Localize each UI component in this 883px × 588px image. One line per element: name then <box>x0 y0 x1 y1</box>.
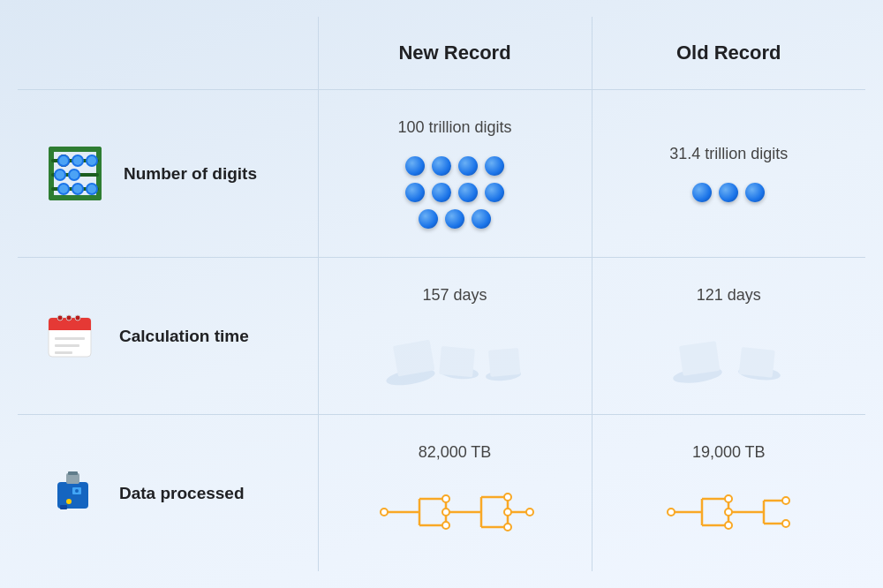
header-new-record: New Record <box>318 17 592 90</box>
svg-point-87 <box>782 520 789 527</box>
label-time-text: Calculation time <box>119 327 249 346</box>
svg-point-68 <box>504 494 511 501</box>
svg-point-29 <box>75 315 80 320</box>
svg-point-49 <box>75 489 79 493</box>
data-old-visual <box>662 481 795 543</box>
svg-point-46 <box>66 499 72 504</box>
svg-point-70 <box>526 509 533 516</box>
usb-icon <box>44 464 102 522</box>
svg-point-84 <box>725 495 732 502</box>
svg-rect-42 <box>739 347 775 378</box>
label-data-text: Data processed <box>119 484 245 503</box>
label-digits: Number of digits <box>18 90 318 258</box>
digits-new-visual <box>405 156 504 229</box>
cell-time-old: 121 days <box>592 258 865 415</box>
svg-rect-31 <box>55 344 79 347</box>
calendar-icon <box>44 307 102 365</box>
svg-point-65 <box>442 495 449 502</box>
comparison-table: New Record Old Record <box>18 17 865 571</box>
svg-point-66 <box>442 522 449 529</box>
digits-new-value: 100 trillion digits <box>397 118 511 137</box>
svg-rect-30 <box>55 337 85 340</box>
header-old-record: Old Record <box>592 17 865 90</box>
time-new-visual <box>384 324 525 386</box>
label-time: Calculation time <box>18 258 318 415</box>
svg-point-67 <box>504 509 511 516</box>
row-data: Data processed 82,000 TB <box>18 415 865 572</box>
svg-point-85 <box>725 522 732 529</box>
data-new-value: 82,000 TB <box>419 443 492 462</box>
svg-point-17 <box>70 170 79 179</box>
svg-point-11 <box>73 156 82 165</box>
time-old-visual <box>667 324 790 386</box>
time-old-value: 121 days <box>697 286 761 305</box>
label-data: Data processed <box>18 415 318 572</box>
svg-rect-43 <box>57 482 88 509</box>
digits-old-value: 31.4 trillion digits <box>669 145 788 163</box>
label-digits-text: Number of digits <box>124 164 257 184</box>
abacus-icon <box>44 145 106 202</box>
svg-rect-40 <box>679 341 720 376</box>
svg-point-15 <box>56 170 64 179</box>
svg-point-23 <box>87 185 96 193</box>
svg-point-86 <box>782 497 789 504</box>
svg-point-21 <box>73 185 82 193</box>
svg-point-9 <box>59 156 68 165</box>
svg-rect-32 <box>55 351 72 354</box>
header-label-col <box>18 17 318 90</box>
time-new-value: 157 days <box>422 286 487 305</box>
svg-rect-47 <box>60 505 67 509</box>
svg-point-19 <box>59 185 68 193</box>
svg-point-63 <box>381 509 388 516</box>
data-new-visual <box>375 481 534 543</box>
cell-time-new: 157 days <box>318 258 592 415</box>
cell-data-old: 19,000 TB <box>592 415 865 572</box>
data-old-value: 19,000 TB <box>692 443 766 462</box>
svg-point-69 <box>504 524 511 531</box>
svg-rect-45 <box>68 471 78 475</box>
svg-rect-36 <box>439 346 475 377</box>
cell-digits-new: 100 trillion digits <box>318 90 592 258</box>
svg-rect-34 <box>393 340 434 377</box>
svg-rect-2 <box>49 147 102 152</box>
svg-point-28 <box>66 315 72 320</box>
svg-rect-3 <box>49 195 102 200</box>
svg-point-82 <box>668 509 675 516</box>
cell-data-new: 82,000 TB <box>318 415 592 572</box>
svg-rect-26 <box>49 325 91 330</box>
row-digits: Number of digits 100 trillion digits <box>18 90 865 258</box>
cell-digits-old: 31.4 trillion digits <box>592 90 865 258</box>
svg-rect-38 <box>488 348 520 377</box>
svg-point-13 <box>87 156 96 165</box>
row-time: Calculation time 157 days <box>18 258 865 415</box>
svg-point-83 <box>725 509 732 516</box>
svg-point-27 <box>57 315 63 320</box>
svg-point-64 <box>442 509 449 516</box>
digits-old-visual <box>692 183 765 202</box>
